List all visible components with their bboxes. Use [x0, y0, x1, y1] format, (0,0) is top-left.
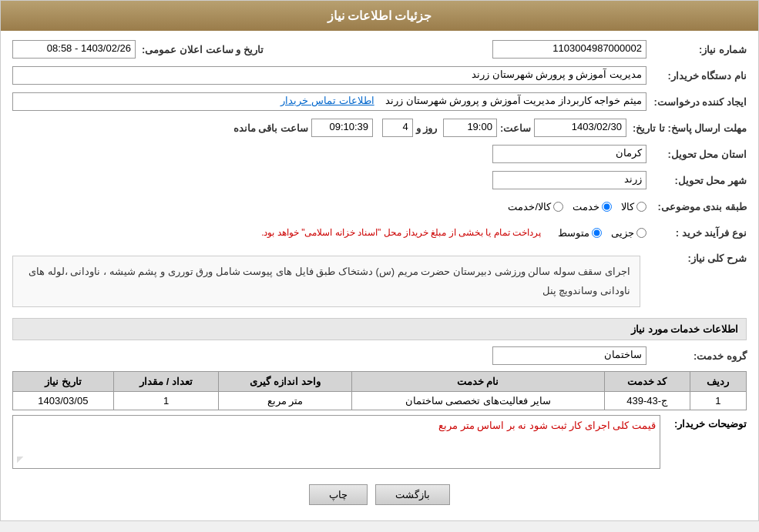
nooe-motevaset-radio[interactable]	[592, 228, 602, 238]
nam-dastgah-label: نام دستگاه خریدار:	[646, 70, 747, 82]
sharh-section: شرح کلی نیاز: اجرای سقف سوله سالن ورزشی …	[12, 249, 747, 313]
grooh-khedmat-value: ساختمان	[492, 346, 646, 365]
buyer-desc-label: توضیحات خریدار:	[668, 415, 747, 430]
table-row: 1 ج-43-439 سایر فعالیت‌های تخصصی ساختمان…	[13, 392, 747, 410]
shomare-row: شماره نیاز: 1103004987000002 تاریخ و ساع…	[12, 38, 747, 60]
services-table: ردیف کد خدمت نام خدمت واحد اندازه گیری ت…	[12, 371, 747, 410]
tasnif-radio-group: کالا خدمت کالا/خدمت	[508, 201, 646, 212]
tasnif-kala-khedmat-label: کالا/خدمت	[508, 201, 551, 212]
cell-tedad: 1	[113, 392, 219, 410]
shahr-row: شهر محل تحویل: زرند	[12, 169, 747, 191]
nooe-radio-group: جزیی متوسط پرداخت تمام یا بخشی از مبلغ خ…	[261, 227, 646, 239]
mohlat-roz-label: روز و	[416, 122, 438, 134]
ijad-konande-label: ایجاد کننده درخواست:	[646, 96, 747, 108]
nooe-jozvi-label: جزیی	[611, 227, 634, 239]
buyer-desc-section: توضیحات خریدار: قیمت کلی اجرای کار ثبت ش…	[12, 415, 747, 469]
mohlat-saat-label: ساعت:	[500, 122, 531, 134]
tasnif-khedmat-label: خدمت	[573, 201, 599, 212]
ostan-row: استان محل تحویل: کرمان	[12, 143, 747, 165]
col-radif: ردیف	[690, 372, 746, 392]
tasnif-kala-khedmat-item: کالا/خدمت	[508, 201, 563, 212]
col-nam-khedmat: نام خدمت	[351, 372, 604, 392]
cell-vahed: متر مربع	[219, 392, 351, 410]
nooe-farayand-row: نوع فرآیند خرید : جزیی متوسط پرداخت تمام…	[12, 222, 747, 243]
grooh-khedmat-label: گروه خدمت:	[646, 350, 747, 362]
cell-radif: 1	[690, 392, 746, 410]
shahr-label: شهر محل تحویل:	[646, 175, 747, 186]
tarikh-saat-label: تاریخ و ساعت اعلان عمومی:	[136, 44, 264, 55]
mohlat-row: مهلت ارسال پاسخ: تا تاریخ: 1403/02/30 سا…	[12, 117, 747, 139]
col-tedad: تعداد / مقدار	[113, 372, 219, 392]
ostan-label: استان محل تحویل:	[646, 149, 747, 160]
tasnif-kala-radio[interactable]	[636, 202, 646, 212]
buyer-desc-box: قیمت کلی اجرای کار ثبت شود نه بر اساس مت…	[12, 415, 660, 469]
sharh-text-box: اجرای سقف سوله سالن ورزشی دبیرستان حضرت …	[12, 256, 640, 307]
grooh-khedmat-row: گروه خدمت: ساختمان	[12, 345, 747, 366]
col-vahed: واحد اندازه گیری	[219, 372, 351, 392]
ijad-konande-value: میثم خواجه کاربرداز مدیریت آموزش و پرورش…	[12, 92, 646, 111]
cell-tarikh: 1403/03/05	[13, 392, 114, 410]
nooe-jozvi-item: جزیی	[611, 227, 646, 239]
tafzili-notice: قیمت کلی اجرای کار ثبت شود نه بر اساس مت…	[438, 420, 656, 431]
cell-kod: ج-43-439	[604, 392, 690, 410]
mohlat-roz-value: 4	[382, 119, 413, 137]
tasnif-label: طبقه بندی موضوعی:	[646, 201, 747, 212]
tasnif-kala-khedmat-radio[interactable]	[553, 202, 563, 212]
shomare-niaz-value: 1103004987000002	[492, 40, 646, 59]
back-button[interactable]: بازگشت	[375, 484, 450, 505]
nooe-motevaset-item: متوسط	[558, 227, 602, 239]
ettelaat-tamas-link[interactable]: اطلاعات تماس خریدار	[280, 95, 374, 106]
nam-dastgah-value: مدیریت آموزش و پرورش شهرستان زرند	[12, 66, 646, 85]
page-header: جزئیات اطلاعات نیاز	[1, 1, 758, 31]
col-tarikh: تاریخ نیاز	[13, 372, 114, 392]
print-button[interactable]: چاپ	[309, 484, 368, 505]
table-header-row: ردیف کد خدمت نام خدمت واحد اندازه گیری ت…	[13, 372, 747, 392]
nooe-motevaset-label: متوسط	[558, 227, 589, 239]
tasnif-row: طبقه بندی موضوعی: کالا خدمت کالا/خدمت	[12, 196, 747, 217]
mohlat-saat-mande-value: 09:10:39	[311, 119, 373, 137]
shomare-niaz-label: شماره نیاز:	[646, 44, 747, 55]
shahr-value: زرند	[492, 171, 646, 189]
nam-dastgah-row: نام دستگاه خریدار: مدیریت آموزش و پرورش …	[12, 65, 747, 86]
mohlat-date: 1403/02/30	[534, 119, 626, 137]
tarikh-saat-value: 1403/02/26 - 08:58	[12, 40, 136, 59]
buttons-row: بازگشت چاپ	[12, 477, 747, 513]
mohlat-label: مهلت ارسال پاسخ: تا تاریخ:	[626, 122, 747, 134]
page-title: جزئیات اطلاعات نیاز	[327, 9, 432, 22]
ostan-value: کرمان	[492, 145, 646, 163]
tasnif-kala-label: کالا	[621, 201, 634, 212]
nooe-jozvi-radio[interactable]	[636, 228, 646, 238]
nooe-notice: پرداخت تمام یا بخشی از مبلغ خریداز محل "…	[261, 227, 541, 238]
cell-nam: سایر فعالیت‌های تخصصی ساختمان	[351, 392, 604, 410]
services-section-title: اطلاعات خدمات مورد نیاز	[12, 318, 747, 340]
ijad-konande-row: ایجاد کننده درخواست: میثم خواجه کاربرداز…	[12, 91, 747, 112]
col-kod-khedmat: کد خدمت	[604, 372, 690, 392]
sharh-label: شرح کلی نیاز:	[646, 249, 747, 264]
tasnif-khedmat-radio[interactable]	[602, 202, 612, 212]
tasnif-kala-item: کالا	[621, 201, 646, 212]
watermark: ◤	[17, 454, 23, 464]
tasnif-khedmat-item: خدمت	[573, 201, 612, 212]
nooe-farayand-label: نوع فرآیند خرید :	[646, 227, 747, 239]
mohlat-saat-mande-label: ساعت باقی مانده	[233, 122, 308, 134]
mohlat-saat-value: 19:00	[443, 119, 497, 137]
sharh-text: اجرای سقف سوله سالن ورزشی دبیرستان حضرت …	[29, 266, 630, 296]
